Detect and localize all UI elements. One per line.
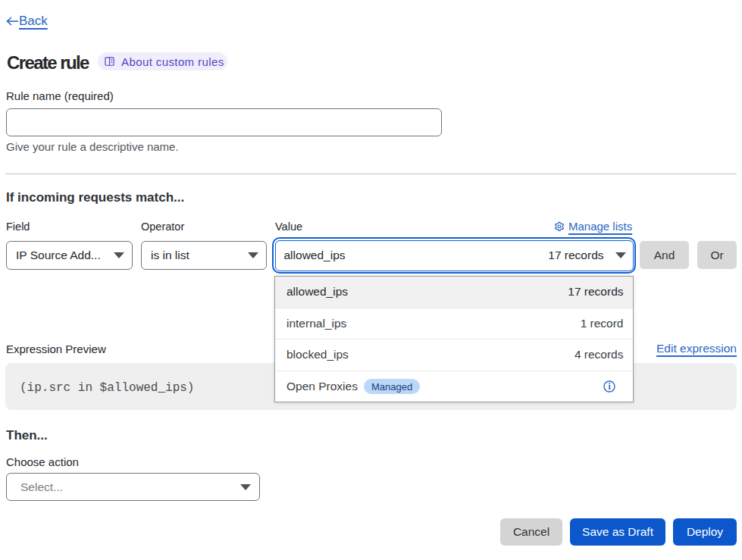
svg-text:i: i [608, 382, 611, 391]
